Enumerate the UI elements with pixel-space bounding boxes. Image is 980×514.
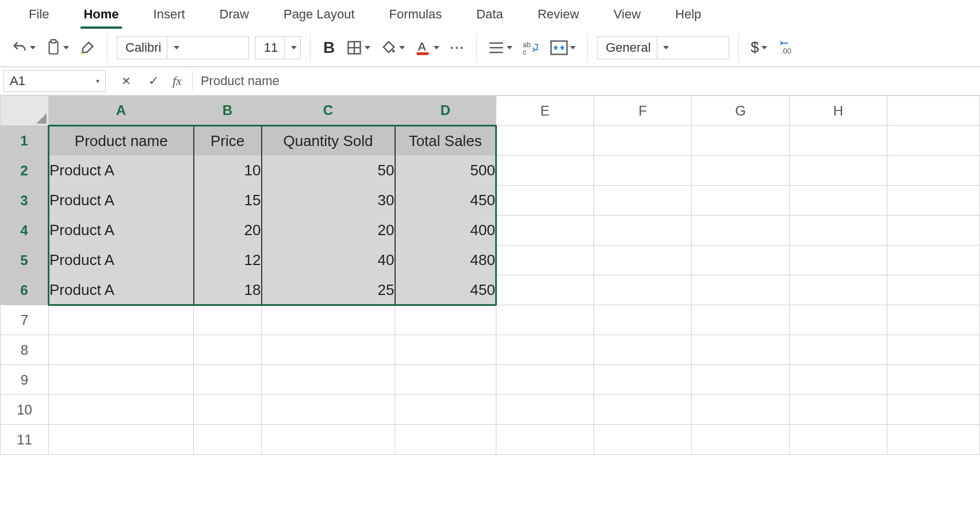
cell-B9[interactable]: [194, 365, 262, 395]
cell-G10[interactable]: [692, 395, 790, 425]
currency-format-button[interactable]: $: [748, 37, 769, 59]
cell-F5[interactable]: [594, 246, 692, 275]
cell-A7[interactable]: [49, 305, 194, 335]
cell-B2[interactable]: 10: [194, 156, 262, 186]
menu-tab-formulas[interactable]: Formulas: [372, 1, 460, 28]
cell-overflow[interactable]: [887, 216, 980, 246]
bold-button[interactable]: B: [320, 37, 338, 59]
row-header-10[interactable]: 10: [1, 395, 49, 425]
cell-H11[interactable]: [790, 425, 887, 455]
cell-F7[interactable]: [594, 305, 692, 335]
decrease-decimal-button[interactable]: .00: [775, 37, 799, 59]
cell-F8[interactable]: [594, 335, 692, 365]
cell-H6[interactable]: [790, 275, 887, 305]
cell-D10[interactable]: [395, 395, 496, 425]
cell-C5[interactable]: 40: [262, 246, 395, 275]
row-header-9[interactable]: 9: [1, 365, 49, 395]
cell-overflow[interactable]: [887, 275, 980, 305]
cell-D11[interactable]: [395, 425, 496, 455]
cell-E6[interactable]: [496, 275, 594, 305]
menu-tab-file[interactable]: File: [12, 1, 66, 28]
cell-H5[interactable]: [790, 246, 887, 275]
fx-icon[interactable]: fx: [173, 74, 182, 89]
column-header-D[interactable]: D: [395, 96, 496, 126]
cell-D1[interactable]: Total Sales: [395, 126, 496, 156]
cell-C4[interactable]: 20: [262, 216, 395, 246]
cell-E10[interactable]: [496, 395, 594, 425]
cell-B4[interactable]: 20: [194, 216, 262, 246]
cell-D5[interactable]: 480: [395, 246, 496, 275]
spreadsheet-grid[interactable]: A B C D E F G H 1 Product name Price Qua…: [0, 95, 980, 514]
cell-A6[interactable]: Product A: [49, 275, 194, 305]
cell-H10[interactable]: [790, 395, 887, 425]
cell-C1[interactable]: Quantity Sold: [262, 126, 395, 156]
row-header-5[interactable]: 5: [1, 246, 49, 275]
cell-overflow[interactable]: [887, 186, 980, 216]
row-header-1[interactable]: 1: [1, 126, 49, 156]
cell-F10[interactable]: [594, 395, 692, 425]
cell-E8[interactable]: [496, 335, 594, 365]
row-header-2[interactable]: 2: [1, 156, 49, 186]
cell-C9[interactable]: [262, 365, 395, 395]
cell-H3[interactable]: [790, 186, 887, 216]
column-header-E[interactable]: E: [496, 96, 594, 126]
cell-C3[interactable]: 30: [262, 186, 395, 216]
row-header-3[interactable]: 3: [1, 186, 49, 216]
menu-tab-review[interactable]: Review: [520, 1, 596, 28]
column-header-C[interactable]: C: [262, 96, 395, 126]
cell-B1[interactable]: Price: [194, 126, 262, 156]
cell-B10[interactable]: [194, 395, 262, 425]
cell-F2[interactable]: [594, 156, 692, 186]
select-all-corner[interactable]: [1, 96, 49, 126]
cell-G6[interactable]: [692, 275, 790, 305]
menu-tab-insert[interactable]: Insert: [136, 1, 202, 28]
cell-E7[interactable]: [496, 305, 594, 335]
cell-E5[interactable]: [496, 246, 594, 275]
format-painter-button[interactable]: [77, 37, 98, 59]
cell-overflow[interactable]: [887, 246, 980, 275]
cell-H7[interactable]: [790, 305, 887, 335]
cell-E2[interactable]: [496, 156, 594, 186]
cell-D4[interactable]: 400: [395, 216, 496, 246]
menu-tab-help[interactable]: Help: [658, 1, 718, 28]
row-header-6[interactable]: 6: [1, 275, 49, 305]
cell-C7[interactable]: [262, 305, 395, 335]
row-header-8[interactable]: 8: [1, 335, 49, 365]
cell-A9[interactable]: [49, 365, 194, 395]
font-family-dropdown[interactable]: Calibri: [117, 36, 249, 59]
undo-button[interactable]: [9, 37, 38, 59]
cell-C8[interactable]: [262, 335, 395, 365]
cell-D3[interactable]: 450: [395, 186, 496, 216]
more-formatting-button[interactable]: ···: [447, 37, 467, 59]
menu-tab-page-layout[interactable]: Page Layout: [266, 1, 372, 28]
cell-F1[interactable]: [594, 126, 692, 156]
formula-input[interactable]: [192, 70, 980, 92]
cell-B6[interactable]: 18: [194, 275, 262, 305]
cell-G8[interactable]: [692, 335, 790, 365]
cell-F3[interactable]: [594, 186, 692, 216]
column-header-H[interactable]: H: [790, 96, 887, 126]
cell-A4[interactable]: Product A: [49, 216, 194, 246]
paste-button[interactable]: [44, 37, 71, 59]
column-header-F[interactable]: F: [594, 96, 692, 126]
cell-A10[interactable]: [49, 395, 194, 425]
menu-tab-draw[interactable]: Draw: [202, 1, 266, 28]
row-header-7[interactable]: 7: [1, 305, 49, 335]
row-header-11[interactable]: 11: [1, 425, 49, 455]
cell-F9[interactable]: [594, 365, 692, 395]
cell-overflow[interactable]: [887, 365, 980, 395]
cell-B3[interactable]: 15: [194, 186, 262, 216]
cell-G7[interactable]: [692, 305, 790, 335]
cell-overflow[interactable]: [887, 425, 980, 455]
cell-B7[interactable]: [194, 305, 262, 335]
menu-tab-view[interactable]: View: [596, 1, 658, 28]
cell-G9[interactable]: [692, 365, 790, 395]
cell-D8[interactable]: [395, 335, 496, 365]
cell-overflow[interactable]: [887, 156, 980, 186]
cell-G4[interactable]: [692, 216, 790, 246]
cell-C11[interactable]: [262, 425, 395, 455]
cell-C6[interactable]: 25: [262, 275, 395, 305]
font-color-button[interactable]: A: [413, 37, 442, 59]
cell-B5[interactable]: 12: [194, 246, 262, 275]
name-box[interactable]: A1 ▾: [3, 70, 106, 92]
